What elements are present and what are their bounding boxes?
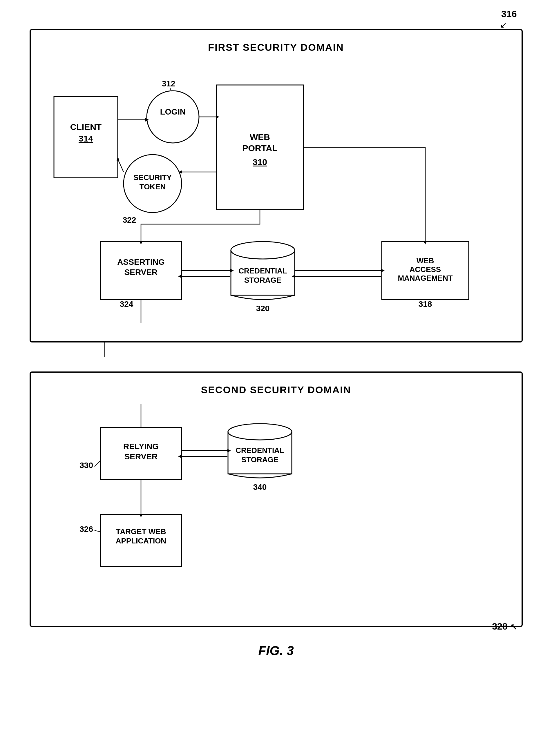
web-portal-label1: WEB [250, 132, 270, 142]
ref-328-arrow: ↖ [510, 622, 517, 631]
first-domain-svg: CLIENT 314 LOGIN 312 SECURITY TOKEN 322 … [48, 62, 507, 323]
web-access-label2: ACCESS [409, 265, 441, 274]
security-token-label2: TOKEN [139, 182, 166, 191]
target-web-label2: APPLICATION [116, 537, 166, 545]
relying-server-label1: RELYING [123, 442, 159, 451]
first-domain-label: FIRST SECURITY DOMAIN [48, 42, 504, 53]
figure-caption: FIG. 3 [30, 643, 523, 658]
cred-storage-top-1 [231, 242, 295, 259]
asserting-server-label2: SERVER [124, 268, 157, 277]
domain-connector-line [105, 342, 105, 357]
cred-storage-label2-2: STORAGE [241, 455, 278, 464]
web-access-label1: WEB [416, 256, 434, 265]
web-portal-ref: 310 [252, 157, 267, 167]
web-access-label3: MANAGEMENT [398, 274, 452, 282]
ref-318: 318 [418, 300, 432, 309]
cred-storage-top-2 [228, 424, 292, 440]
client-label: CLIENT [70, 122, 101, 132]
ref-326: 326 [80, 524, 93, 534]
second-domain-box: SECOND SECURITY DOMAIN RELYING SERVER 33… [30, 371, 523, 627]
svg-line-13 [95, 531, 100, 532]
web-portal-label2: PORTAL [242, 143, 277, 153]
cred-storage-bottom-arc-2 [228, 474, 292, 478]
login-label: LOGIN [160, 107, 186, 116]
ref-340: 340 [253, 482, 267, 491]
ref-316-label: 316 [501, 9, 517, 19]
ref-322: 322 [122, 215, 136, 224]
ref-316-arrow: ↙ [500, 20, 507, 30]
svg-line-10 [95, 461, 100, 467]
ref-324: 324 [120, 300, 133, 309]
diagram-wrapper: 316 ↙ FIRST SECURITY DOMAIN CLIENT 314 L… [30, 12, 523, 658]
security-token-label1: SECURITY [133, 173, 171, 182]
cred-storage-bottom-arc-1 [231, 295, 295, 300]
ref-320: 320 [256, 304, 269, 313]
login-circle [147, 91, 199, 143]
cred-storage-label1-1: CREDENTIAL [239, 267, 287, 275]
ref-312: 312 [162, 79, 175, 88]
asserting-server-label1: ASSERTING [117, 258, 164, 267]
ref-330: 330 [80, 461, 93, 470]
relying-server-label2: SERVER [124, 452, 157, 461]
client-ref: 314 [78, 134, 93, 143]
second-domain-label: SECOND SECURITY DOMAIN [48, 384, 504, 396]
first-domain-box: FIRST SECURITY DOMAIN CLIENT 314 LOGIN 3… [30, 29, 523, 342]
cred-storage-label2-1: STORAGE [244, 276, 281, 285]
cred-storage-label1-2: CREDENTIAL [236, 446, 284, 455]
second-domain-svg: RELYING SERVER 330 CREDENTIAL STORAGE 34… [48, 404, 507, 607]
target-web-label1: TARGET WEB [116, 527, 166, 536]
ref-328-label: 328 ↖ [30, 621, 523, 632]
svg-line-4 [118, 160, 124, 172]
